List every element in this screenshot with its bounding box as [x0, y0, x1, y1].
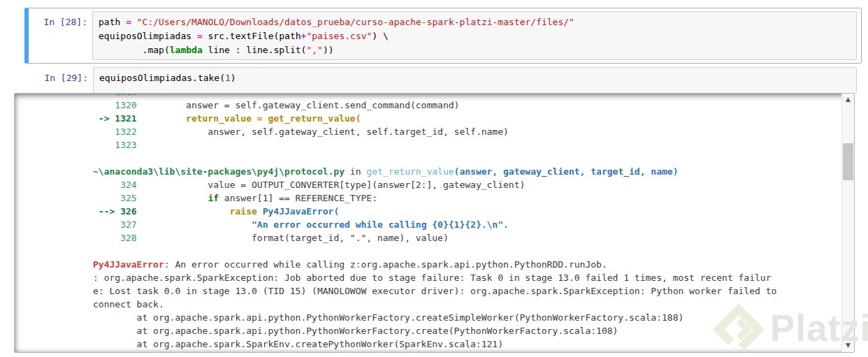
input-prompt-28: In [28]: — [29, 11, 92, 60]
output-scrollbar[interactable]: ▲ ▼ — [841, 94, 854, 352]
code-cell-28[interactable]: In [28]: path = "C:/Users/MANOLO/Downloa… — [24, 8, 862, 64]
scroll-up-icon[interactable]: ▲ — [842, 94, 854, 105]
scroll-down-icon[interactable]: ▼ — [842, 340, 854, 351]
scrollbar-thumb[interactable] — [843, 143, 853, 180]
error-traceback: 1319 1320 answer = self.gateway_client.s… — [93, 93, 837, 351]
code-editor-29[interactable]: equiposOlimpiadas.take(1) — [93, 67, 857, 94]
input-prompt-29: In [29]: — [29, 67, 93, 94]
code-editor-28[interactable]: path = "C:/Users/MANOLO/Downloads/datos_… — [92, 11, 857, 60]
code-cell-29[interactable]: In [29]: equiposOlimpiadas.take(1) — [29, 67, 857, 94]
output-scroll-area[interactable]: 1319 1320 answer = self.gateway_client.s… — [14, 93, 855, 353]
